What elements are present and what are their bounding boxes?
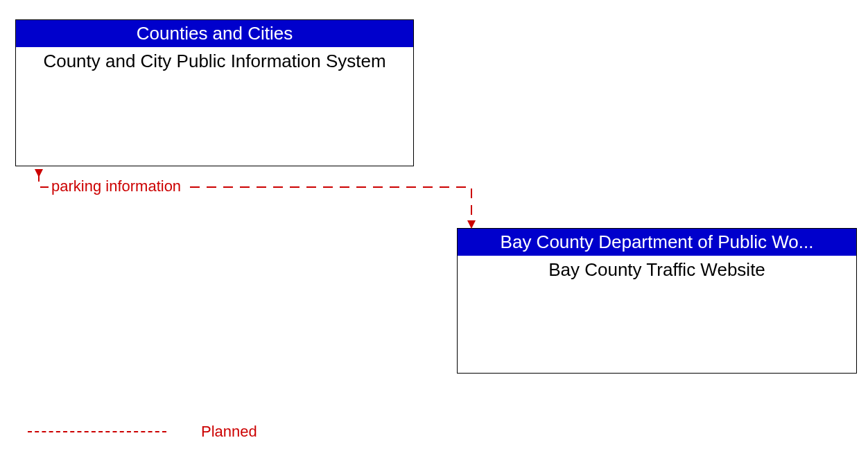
entity-body-top: County and City Public Information Syste… [16,47,413,76]
legend-label-planned: Planned [201,423,257,441]
entity-box-bottom: Bay County Department of Public Wo... Ba… [457,228,857,374]
entity-header-bottom: Bay County Department of Public Wo... [458,229,856,256]
legend-line-planned [28,431,166,432]
flow-label: parking information [49,177,184,195]
entity-box-top: Counties and Cities County and City Publ… [15,19,414,166]
entity-header-top: Counties and Cities [16,20,413,47]
entity-body-bottom: Bay County Traffic Website [458,256,856,285]
